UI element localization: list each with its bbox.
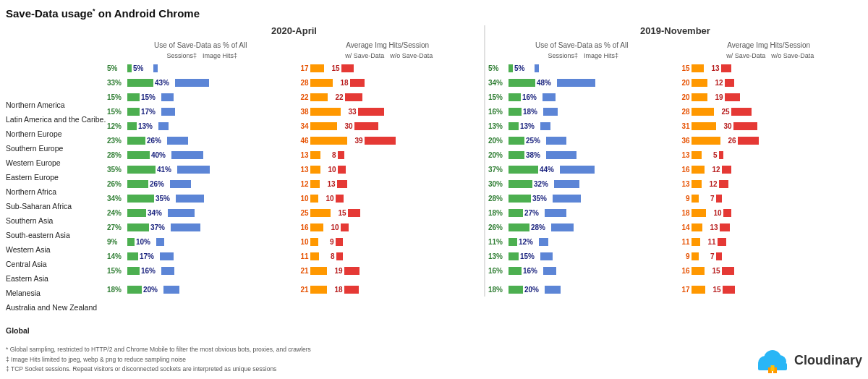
- row-label: Western Europe: [6, 156, 107, 170]
- periods-container: 2020-AprilUse of Save-Data as % of AllSe…: [107, 25, 862, 297]
- hits-bar-row: 1612: [676, 162, 863, 176]
- row-label: South-eastern Asia: [6, 228, 107, 242]
- hits-bar-row: 138: [294, 148, 482, 162]
- percent-bar-row: 15%16%: [488, 90, 676, 104]
- percent-bar-row: 14%17%: [107, 249, 294, 263]
- footnote: * Global sampling, restricted to HTTP/2 …: [6, 345, 311, 355]
- hits-bar-row: 1010: [294, 191, 482, 205]
- percent-bar-row: 33%43%: [107, 75, 294, 90]
- row-label: Central Asia: [6, 257, 107, 271]
- hits-bar-row: 1513: [676, 61, 863, 75]
- hits-bar-row: 2118: [294, 282, 482, 297]
- percent-bar-row: 34%48%: [488, 75, 676, 90]
- percent-bar-row: 16%16%: [488, 263, 676, 278]
- main-container: Save-Data usage* on Android Chrome North…: [6, 7, 862, 375]
- hits-bar-row: 109: [294, 234, 482, 249]
- percent-bar-row: 28%40%: [107, 148, 294, 162]
- hits-bar-row: 2119: [294, 263, 482, 278]
- percent-bar-row: 26%28%: [488, 220, 676, 234]
- percent-bar-row: 16%18%: [488, 104, 676, 119]
- period-title: 2019-November: [488, 25, 862, 36]
- percent-bar-row: 5%5%: [488, 61, 676, 75]
- hits-bar-row: 1111: [676, 234, 863, 249]
- hits-bar-row: 1715: [676, 282, 863, 297]
- sections-row: Northern AmericaLatin America and the Ca…: [6, 25, 862, 338]
- percent-bar-row: 18%27%: [488, 205, 676, 220]
- percent-bar-row: 26%26%: [107, 176, 294, 191]
- row-label: Southern Europe: [6, 141, 107, 156]
- percent-bar-row: 27%37%: [107, 220, 294, 234]
- hits-bar-row: 3626: [676, 133, 863, 148]
- row-label: Western Asia: [6, 242, 107, 257]
- percent-bar-row: 15%16%: [107, 263, 294, 278]
- hits-bar-row: 1615: [676, 263, 863, 278]
- percent-bar-row: 13%15%: [488, 249, 676, 263]
- row-label: Eastern Europe: [6, 170, 107, 184]
- period-block: 2020-AprilUse of Save-Data as % of AllSe…: [107, 25, 481, 297]
- hits-bar-row: 2515: [294, 205, 482, 220]
- hits-bar-row: 1810: [676, 205, 863, 220]
- hits-bar-row: 1213: [294, 176, 482, 191]
- hits-bar-row: 97: [676, 249, 863, 263]
- percent-bar-row: 37%44%: [488, 162, 676, 176]
- row-labels: Northern AmericaLatin America and the Ca…: [6, 25, 107, 338]
- row-label: Latin America and the Caribe.: [6, 112, 107, 127]
- row-label: Melanesia: [6, 286, 107, 300]
- hits-bar-row: 4639: [294, 133, 482, 148]
- hits-bar-row: 2012: [676, 75, 863, 90]
- hits-bar-row: 3833: [294, 104, 482, 119]
- hits-bar-row: 1715: [294, 61, 482, 75]
- hits-bar-row: 2222: [294, 90, 482, 104]
- percent-bar-row: 30%32%: [488, 176, 676, 191]
- hits-bar-row: 135: [676, 148, 863, 162]
- percent-bar-row: 28%35%: [488, 191, 676, 205]
- cloudinary-text: Cloudinary: [794, 353, 862, 368]
- percent-bar-row: 12%13%: [107, 119, 294, 133]
- hits-bar-row: 3130: [676, 119, 863, 133]
- percent-bar-row: 11%12%: [488, 234, 676, 249]
- footnotes: * Global sampling, restricted to HTTP/2 …: [6, 345, 311, 375]
- row-label: Northern Europe: [6, 127, 107, 141]
- period-title: 2020-April: [107, 25, 481, 36]
- period-divider: [484, 25, 485, 297]
- percent-bar-row: 9%10%: [107, 234, 294, 249]
- percent-bar-row: 35%41%: [107, 162, 294, 176]
- percent-bar-row: 24%34%: [107, 205, 294, 220]
- hits-bar-row: 2825: [676, 104, 863, 119]
- row-label: Northern America: [6, 98, 107, 112]
- footer-row: * Global sampling, restricted to HTTP/2 …: [6, 338, 862, 375]
- cloudinary-logo: Cloudinary: [755, 347, 862, 375]
- hits-bar-row: 97: [676, 191, 863, 205]
- percent-bar-row: 15%17%: [107, 104, 294, 119]
- hits-bar-row: 2019: [676, 90, 863, 104]
- footnote: ‡ Image Hits limited to jpeg, webp & png…: [6, 355, 311, 365]
- percent-bar-row: 34%35%: [107, 191, 294, 205]
- hits-bar-row: 1610: [294, 220, 482, 234]
- row-label: Southern Asia: [6, 213, 107, 228]
- svg-rect-6: [770, 365, 774, 371]
- hits-bar-row: 2818: [294, 75, 482, 90]
- cloud-icon: [755, 347, 790, 375]
- hits-bar-row: 118: [294, 249, 482, 263]
- percent-bar-row: 5%5%: [107, 61, 294, 75]
- row-label: Eastern Asia: [6, 271, 107, 286]
- percent-bar-row: 20%38%: [488, 148, 676, 162]
- hits-bar-row: 1413: [676, 220, 863, 234]
- percent-bar-row: 18%20%: [107, 282, 294, 297]
- hits-bar-row: 1310: [294, 162, 482, 176]
- row-label: Sub-Saharan Africa: [6, 199, 107, 213]
- period-block: 2019-NovemberUse of Save-Data as % of Al…: [488, 25, 862, 297]
- hits-bar-row: 1312: [676, 176, 863, 191]
- footnote: ‡ TCP Socket sessions. Repeat visitors o…: [6, 365, 311, 375]
- percent-bar-row: 15%15%: [107, 90, 294, 104]
- hits-bar-row: 3430: [294, 119, 482, 133]
- percent-bar-row: 13%13%: [488, 119, 676, 133]
- page-title: Save-Data usage* on Android Chrome: [6, 7, 862, 20]
- row-label: Australia and New Zealand: [6, 300, 107, 315]
- row-label: Northern Africa: [6, 184, 107, 199]
- global-label: Global: [6, 323, 107, 338]
- percent-bar-row: 23%26%: [107, 133, 294, 148]
- percent-bar-row: 20%25%: [488, 133, 676, 148]
- percent-bar-row: 18%20%: [488, 282, 676, 297]
